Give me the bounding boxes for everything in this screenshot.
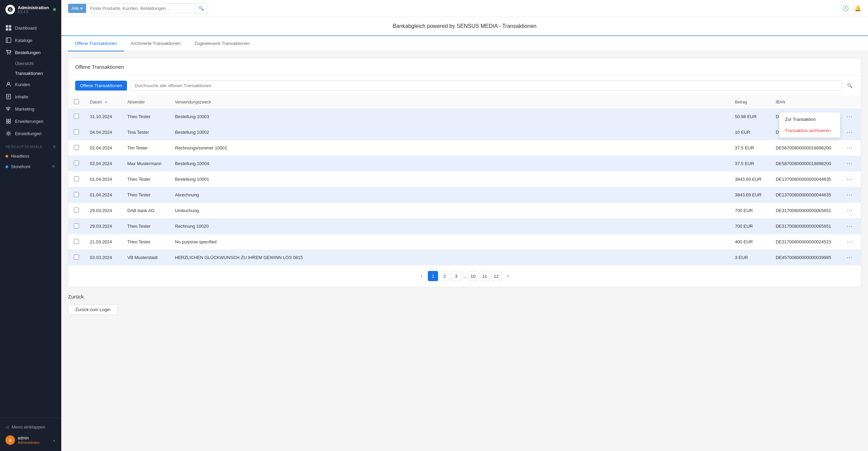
row-absender-10: VB Musterstadt <box>122 250 170 265</box>
sidebar-item-storefront-label: Storefront <box>11 164 30 169</box>
row-checkbox-3[interactable] <box>74 145 79 150</box>
row-actions-4: ··· <box>838 156 861 172</box>
table-row: 29.03.2024 DAB bank AG Umbuchung 700 EUR… <box>68 203 861 219</box>
row-checkbox-8[interactable] <box>74 223 79 228</box>
pagination-page-10[interactable]: 10 <box>468 271 478 281</box>
search-input[interactable] <box>86 3 195 13</box>
row-actions-btn-1[interactable]: ··· <box>844 112 855 121</box>
row-checkbox-cell <box>68 250 84 265</box>
pagination-page-11[interactable]: 11 <box>480 271 490 281</box>
user-info[interactable]: a admin Administrator ▲ <box>0 433 61 448</box>
user-role: Administrator <box>18 440 50 445</box>
datum-sort-icon[interactable]: ▼ <box>105 100 108 104</box>
row-actions-6: ··· <box>838 187 861 203</box>
row-actions-5: ··· <box>838 172 861 187</box>
row-betrag-5: 3843.69 EUR <box>729 172 770 187</box>
row-checkbox-6[interactable] <box>74 192 79 197</box>
table-row: 03.03.2024 VB Musterstadt HERZLICHEN GLÜ… <box>68 250 861 265</box>
sidebar-item-kataloge[interactable]: Kataloge <box>0 34 61 46</box>
row-checkbox-7[interactable] <box>74 208 79 213</box>
row-checkbox-cell <box>68 234 84 250</box>
sidebar: S Administration 6.5.4.0 Dashboard Katal… <box>0 0 61 451</box>
sidebar-item-einstellungen[interactable]: Einstellungen <box>0 127 61 140</box>
svg-rect-15 <box>6 119 8 121</box>
sidebar-item-marketing[interactable]: Marketing <box>0 103 61 115</box>
row-actions-btn-6[interactable]: ··· <box>844 191 855 199</box>
pagination-page-12[interactable]: 12 <box>491 271 501 281</box>
row-actions-btn-7[interactable]: ··· <box>844 206 855 215</box>
sidebar-sub-ubersicht[interactable]: Übersicht <box>0 59 61 68</box>
row-verwendungszweck-2: Bestellung 10002 <box>170 125 729 140</box>
sidebar-item-storefront[interactable]: Storefront 👁 <box>0 161 61 172</box>
sidebar-nav: Dashboard Kataloge Bestellungen Übersich… <box>0 19 61 418</box>
row-checkbox-cell <box>68 172 84 187</box>
section-add-icon[interactable]: ⊕ <box>53 144 56 149</box>
svg-point-19 <box>8 133 10 134</box>
row-checkbox-5[interactable] <box>74 176 79 181</box>
row-iban-10: DE45700800000000039985 <box>770 250 838 265</box>
row-datum-1: 31.10.2024 <box>84 109 122 125</box>
kunden-icon <box>5 81 12 87</box>
back-to-login-btn[interactable]: Zurück zum Login <box>68 304 117 315</box>
row-checkbox-1[interactable] <box>74 114 79 119</box>
tab-archivierte[interactable]: Archivierte Transaktionen <box>124 36 188 51</box>
tab-archivierte-label: Archivierte Transaktionen <box>131 41 181 46</box>
svg-rect-16 <box>9 119 11 121</box>
search-category-dropdown[interactable]: Alle ▾ <box>68 4 86 13</box>
row-actions-btn-10[interactable]: ··· <box>844 253 855 262</box>
sidebar-item-kunden[interactable]: Kunden <box>0 78 61 91</box>
row-datum-9: 21.03.2024 <box>84 234 122 250</box>
pagination-prev-btn[interactable]: ‹ <box>416 271 427 281</box>
row-actions-btn-8[interactable]: ··· <box>844 222 855 230</box>
row-betrag-4: 37.5 EUR <box>729 156 770 172</box>
search-submit-button[interactable]: 🔍 <box>195 3 208 13</box>
sidebar-sub-transaktionen[interactable]: Transaktionen <box>0 68 61 78</box>
sidebar-item-bestellungen[interactable]: Bestellungen <box>0 46 61 59</box>
table-row: 01.04.2024 Theo Tester Abrechnung 3843.6… <box>68 187 861 203</box>
filter-search-submit-btn[interactable]: 🔍 <box>846 82 854 90</box>
collapse-menu-btn[interactable]: ◁ Menü einklappen <box>0 421 61 433</box>
row-actions-btn-3[interactable]: ··· <box>844 144 855 152</box>
tab-zugewiesene[interactable]: Zugewiesene Transaktionen <box>188 36 257 51</box>
row-actions-btn-5[interactable]: ··· <box>844 175 855 183</box>
sidebar-logo: S Administration 6.5.4.0 <box>0 0 61 19</box>
row-checkbox-4[interactable] <box>74 161 79 166</box>
svg-point-8 <box>7 54 8 54</box>
filter-search-input[interactable] <box>130 80 842 91</box>
pagination-next-btn[interactable]: › <box>503 271 513 281</box>
row-verwendungszweck-6: Abrechnung <box>170 187 729 203</box>
storefront-eye-icon: 👁 <box>51 164 56 169</box>
pagination-page-2[interactable]: 2 <box>439 271 450 281</box>
row-verwendungszweck-4: Bestellung 10004 <box>170 156 729 172</box>
pagination-page-1[interactable]: 1 <box>428 271 438 281</box>
select-all-checkbox[interactable] <box>74 99 79 104</box>
sidebar-item-marketing-label: Marketing <box>15 107 34 112</box>
row-actions-btn-2[interactable]: ··· <box>844 128 855 136</box>
context-menu-archivieren[interactable]: Transaktion archivieren <box>779 125 840 136</box>
row-datum-5: 01.04.2024 <box>84 172 122 187</box>
sidebar-item-inhalte[interactable]: Inhalte <box>0 91 61 103</box>
row-checkbox-2[interactable] <box>74 129 79 134</box>
sidebar-item-headless[interactable]: Headless <box>0 151 61 161</box>
filter-offene-btn[interactable]: Offene Transaktionen <box>75 81 127 91</box>
clock-icon[interactable]: 🕐 <box>842 5 849 12</box>
sidebar-item-erweiterungen-label: Erweiterungen <box>15 119 44 124</box>
sidebar-item-erweiterungen[interactable]: Erweiterungen <box>0 115 61 127</box>
row-checkbox-9[interactable] <box>74 239 79 244</box>
row-actions-btn-4[interactable]: ··· <box>844 159 855 168</box>
bell-icon[interactable]: 🔔 <box>854 5 861 12</box>
row-actions-1: ··· <box>838 109 861 125</box>
pagination-page-3[interactable]: 3 <box>451 271 461 281</box>
search-category-label: Alle <box>71 6 79 11</box>
row-checkbox-10[interactable] <box>74 255 79 260</box>
app-version: 6.5.4.0 <box>18 10 49 14</box>
marketing-icon <box>5 106 12 112</box>
context-menu-zur-transaktion[interactable]: Zur Transaktion <box>779 114 840 125</box>
sidebar-item-dashboard[interactable]: Dashboard <box>0 22 61 34</box>
tabs-container: Offene Transaktionen Archivierte Transak… <box>61 36 868 51</box>
row-absender-7: DAB bank AG <box>122 203 170 219</box>
row-actions-btn-9[interactable]: ··· <box>844 238 855 246</box>
row-absender-2: Tina Tester <box>122 125 170 140</box>
row-verwendungszweck-5: Bestellung 10001 <box>170 172 729 187</box>
tab-offene[interactable]: Offene Transaktionen <box>68 36 124 51</box>
